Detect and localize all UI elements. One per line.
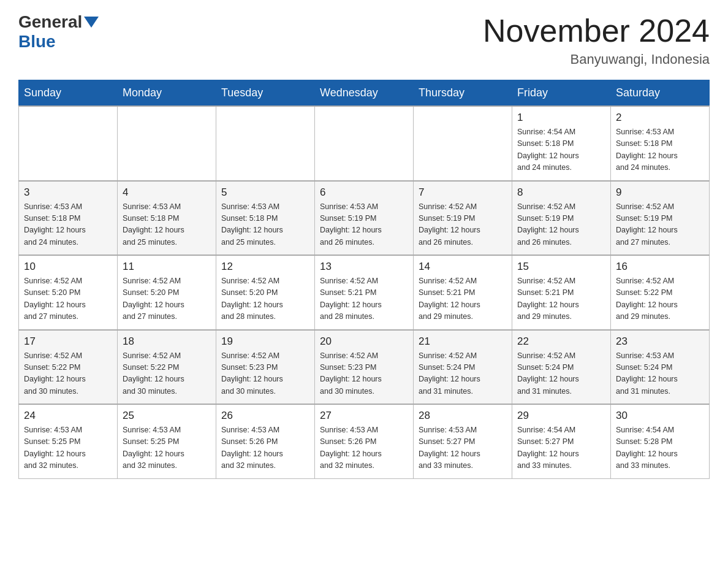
- calendar-cell: 23Sunrise: 4:53 AMSunset: 5:24 PMDayligh…: [611, 330, 710, 405]
- day-info: Sunrise: 4:53 AMSunset: 5:26 PMDaylight:…: [320, 424, 408, 472]
- day-info: Sunrise: 4:53 AMSunset: 5:18 PMDaylight:…: [616, 126, 704, 174]
- calendar-row: 1Sunrise: 4:54 AMSunset: 5:18 PMDaylight…: [19, 106, 710, 181]
- day-number: 8: [517, 186, 605, 199]
- day-info: Sunrise: 4:53 AMSunset: 5:19 PMDaylight:…: [320, 201, 408, 249]
- calendar-cell: 15Sunrise: 4:52 AMSunset: 5:21 PMDayligh…: [512, 255, 611, 330]
- calendar-cell: [118, 106, 216, 181]
- day-number: 9: [616, 186, 704, 199]
- calendar-cell: 16Sunrise: 4:52 AMSunset: 5:22 PMDayligh…: [611, 255, 710, 330]
- day-info: Sunrise: 4:54 AMSunset: 5:28 PMDaylight:…: [616, 424, 704, 472]
- day-info: Sunrise: 4:52 AMSunset: 5:21 PMDaylight:…: [320, 275, 408, 323]
- day-info: Sunrise: 4:53 AMSunset: 5:18 PMDaylight:…: [24, 201, 112, 249]
- day-number: 3: [24, 186, 112, 199]
- day-info: Sunrise: 4:52 AMSunset: 5:22 PMDaylight:…: [24, 350, 112, 398]
- day-info: Sunrise: 4:52 AMSunset: 5:19 PMDaylight:…: [419, 201, 507, 249]
- calendar-cell: 8Sunrise: 4:52 AMSunset: 5:19 PMDaylight…: [512, 181, 611, 256]
- day-number: 7: [419, 186, 507, 199]
- calendar-cell: 29Sunrise: 4:54 AMSunset: 5:27 PMDayligh…: [512, 404, 611, 478]
- month-title: November 2024: [483, 12, 710, 49]
- day-number: 4: [123, 186, 211, 199]
- logo-general-text: General: [18, 12, 82, 32]
- day-number: 30: [616, 410, 704, 422]
- location: Banyuwangi, Indonesia: [483, 52, 710, 67]
- calendar-cell: 13Sunrise: 4:52 AMSunset: 5:21 PMDayligh…: [315, 255, 414, 330]
- weekday-header-sunday: Sunday: [19, 80, 118, 107]
- calendar-cell: 14Sunrise: 4:52 AMSunset: 5:21 PMDayligh…: [414, 255, 512, 330]
- day-info: Sunrise: 4:54 AMSunset: 5:18 PMDaylight:…: [517, 126, 605, 174]
- day-number: 13: [320, 261, 408, 273]
- day-info: Sunrise: 4:52 AMSunset: 5:19 PMDaylight:…: [616, 201, 704, 249]
- calendar-cell: 12Sunrise: 4:52 AMSunset: 5:20 PMDayligh…: [216, 255, 315, 330]
- calendar-cell: 7Sunrise: 4:52 AMSunset: 5:19 PMDaylight…: [414, 181, 512, 256]
- calendar-cell: [216, 106, 315, 181]
- day-info: Sunrise: 4:52 AMSunset: 5:24 PMDaylight:…: [419, 350, 507, 398]
- day-info: Sunrise: 4:52 AMSunset: 5:19 PMDaylight:…: [517, 201, 605, 249]
- day-info: Sunrise: 4:54 AMSunset: 5:27 PMDaylight:…: [517, 424, 605, 472]
- weekday-header-saturday: Saturday: [611, 80, 710, 107]
- day-info: Sunrise: 4:52 AMSunset: 5:22 PMDaylight:…: [123, 350, 211, 398]
- day-number: 5: [221, 186, 309, 199]
- calendar-cell: 22Sunrise: 4:52 AMSunset: 5:24 PMDayligh…: [512, 330, 611, 405]
- calendar-cell: 17Sunrise: 4:52 AMSunset: 5:22 PMDayligh…: [19, 330, 118, 405]
- day-number: 25: [123, 410, 211, 422]
- calendar-row: 24Sunrise: 4:53 AMSunset: 5:25 PMDayligh…: [19, 404, 710, 478]
- logo-blue-text: Blue: [18, 32, 56, 52]
- day-number: 17: [24, 335, 112, 348]
- day-info: Sunrise: 4:53 AMSunset: 5:18 PMDaylight:…: [221, 201, 309, 249]
- calendar-cell: 4Sunrise: 4:53 AMSunset: 5:18 PMDaylight…: [118, 181, 216, 256]
- day-info: Sunrise: 4:53 AMSunset: 5:26 PMDaylight:…: [221, 424, 309, 472]
- day-number: 11: [123, 261, 211, 273]
- day-number: 19: [221, 335, 309, 348]
- day-number: 2: [616, 112, 704, 124]
- day-number: 23: [616, 335, 704, 348]
- calendar-cell: 9Sunrise: 4:52 AMSunset: 5:19 PMDaylight…: [611, 181, 710, 256]
- day-number: 29: [517, 410, 605, 422]
- calendar-cell: 20Sunrise: 4:52 AMSunset: 5:23 PMDayligh…: [315, 330, 414, 405]
- calendar-row: 3Sunrise: 4:53 AMSunset: 5:18 PMDaylight…: [19, 181, 710, 256]
- calendar-cell: [19, 106, 118, 181]
- calendar-cell: 6Sunrise: 4:53 AMSunset: 5:19 PMDaylight…: [315, 181, 414, 256]
- day-info: Sunrise: 4:53 AMSunset: 5:27 PMDaylight:…: [419, 424, 507, 472]
- calendar-cell: 5Sunrise: 4:53 AMSunset: 5:18 PMDaylight…: [216, 181, 315, 256]
- weekday-header-monday: Monday: [118, 80, 216, 107]
- day-number: 16: [616, 261, 704, 273]
- day-info: Sunrise: 4:52 AMSunset: 5:23 PMDaylight:…: [221, 350, 309, 398]
- calendar-cell: 26Sunrise: 4:53 AMSunset: 5:26 PMDayligh…: [216, 404, 315, 478]
- day-info: Sunrise: 4:52 AMSunset: 5:22 PMDaylight:…: [616, 275, 704, 323]
- day-info: Sunrise: 4:53 AMSunset: 5:18 PMDaylight:…: [123, 201, 211, 249]
- title-block: November 2024 Banyuwangi, Indonesia: [483, 12, 710, 67]
- calendar-table: SundayMondayTuesdayWednesdayThursdayFrid…: [18, 80, 710, 479]
- day-number: 14: [419, 261, 507, 273]
- calendar-cell: 19Sunrise: 4:52 AMSunset: 5:23 PMDayligh…: [216, 330, 315, 405]
- day-number: 21: [419, 335, 507, 348]
- day-number: 20: [320, 335, 408, 348]
- calendar-cell: 27Sunrise: 4:53 AMSunset: 5:26 PMDayligh…: [315, 404, 414, 478]
- calendar-cell: 11Sunrise: 4:52 AMSunset: 5:20 PMDayligh…: [118, 255, 216, 330]
- calendar-cell: 10Sunrise: 4:52 AMSunset: 5:20 PMDayligh…: [19, 255, 118, 330]
- weekday-header-row: SundayMondayTuesdayWednesdayThursdayFrid…: [19, 80, 710, 107]
- day-number: 6: [320, 186, 408, 199]
- calendar-cell: 28Sunrise: 4:53 AMSunset: 5:27 PMDayligh…: [414, 404, 512, 478]
- day-number: 26: [221, 410, 309, 422]
- day-number: 15: [517, 261, 605, 273]
- calendar-cell: 24Sunrise: 4:53 AMSunset: 5:25 PMDayligh…: [19, 404, 118, 478]
- day-info: Sunrise: 4:52 AMSunset: 5:21 PMDaylight:…: [419, 275, 507, 323]
- day-info: Sunrise: 4:53 AMSunset: 5:25 PMDaylight:…: [24, 424, 112, 472]
- day-info: Sunrise: 4:52 AMSunset: 5:20 PMDaylight:…: [221, 275, 309, 323]
- weekday-header-thursday: Thursday: [414, 80, 512, 107]
- calendar-cell: 1Sunrise: 4:54 AMSunset: 5:18 PMDaylight…: [512, 106, 611, 181]
- calendar-cell: [414, 106, 512, 181]
- calendar-cell: 3Sunrise: 4:53 AMSunset: 5:18 PMDaylight…: [19, 181, 118, 256]
- day-number: 28: [419, 410, 507, 422]
- weekday-header-friday: Friday: [512, 80, 611, 107]
- calendar-row: 17Sunrise: 4:52 AMSunset: 5:22 PMDayligh…: [19, 330, 710, 405]
- calendar-cell: 18Sunrise: 4:52 AMSunset: 5:22 PMDayligh…: [118, 330, 216, 405]
- day-info: Sunrise: 4:53 AMSunset: 5:25 PMDaylight:…: [123, 424, 211, 472]
- day-info: Sunrise: 4:52 AMSunset: 5:23 PMDaylight:…: [320, 350, 408, 398]
- day-number: 18: [123, 335, 211, 348]
- calendar-row: 10Sunrise: 4:52 AMSunset: 5:20 PMDayligh…: [19, 255, 710, 330]
- calendar-cell: [315, 106, 414, 181]
- calendar-cell: 21Sunrise: 4:52 AMSunset: 5:24 PMDayligh…: [414, 330, 512, 405]
- logo: General Blue: [18, 12, 100, 52]
- day-info: Sunrise: 4:52 AMSunset: 5:20 PMDaylight:…: [123, 275, 211, 323]
